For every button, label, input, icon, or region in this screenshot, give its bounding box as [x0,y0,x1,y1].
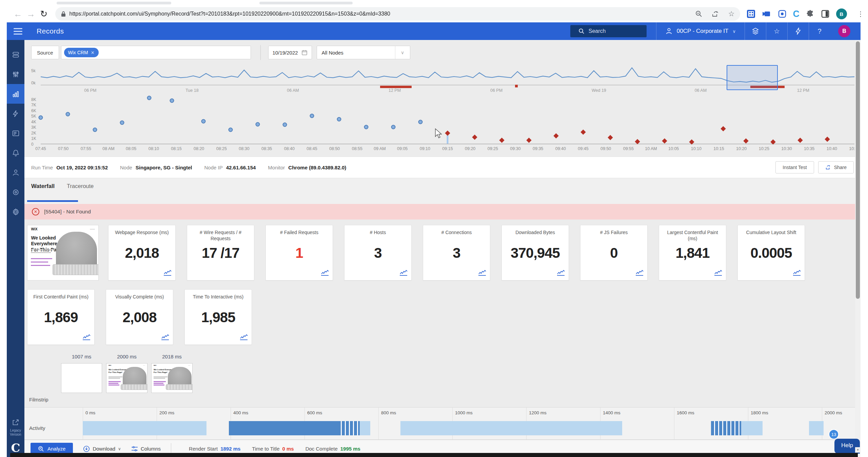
apps-grid-icon[interactable] [747,10,755,18]
share-button[interactable]: Share [818,161,854,173]
scroll-down-arrow-icon[interactable]: ▼ [855,447,861,453]
source-filter-input[interactable]: Wix CRM ✕ [61,46,251,59]
source-filter-button[interactable]: Source [31,46,59,59]
activity-band[interactable] [400,421,622,435]
metric-card[interactable]: # Wire Requests / # Requests17 /17 [187,225,254,281]
metric-card[interactable]: Webpage Response (ms)2,018 [108,225,176,281]
run-point-failed[interactable] [743,138,749,144]
activity-band[interactable] [741,421,763,435]
run-point-success[interactable] [66,112,70,116]
run-scatter-chart[interactable]: 8K7K6K5K4K3K2K1K0 07:4507:5007:5508 AM08… [24,96,861,157]
sidebar-item-lightning[interactable] [7,104,24,123]
download-button[interactable]: Download ∨ [83,445,121,452]
global-search-input[interactable]: Search [570,25,647,37]
date-picker[interactable]: 10/19/2022 [268,46,312,59]
run-point-success[interactable] [170,99,174,103]
favorites-star-icon[interactable]: ☆ [766,22,787,40]
run-point-failed[interactable] [721,126,726,131]
metric-card[interactable]: Largest Contentful Paint (ms)1,841 [659,225,726,281]
run-point-failed[interactable] [770,140,776,145]
metric-card[interactable]: First Contentful Paint (ms)1,869 [27,289,95,345]
run-point-failed[interactable] [608,135,613,140]
metric-card[interactable]: Downloaded Bytes370,945 [501,225,569,281]
run-point-success[interactable] [364,125,369,129]
chip-remove-icon[interactable]: ✕ [91,50,95,55]
page-screenshot-thumbnail[interactable]: WiX──We Looked EverywhereFor This Page! [27,225,99,281]
instant-test-button[interactable]: Instant Test [775,161,814,173]
browser-profile-avatar[interactable]: B [836,8,847,19]
columns-button[interactable]: Columns [131,446,161,452]
run-point-success[interactable] [337,117,341,121]
sidebar-item-location[interactable] [7,182,24,202]
sidebar-item-bar-chart[interactable] [7,84,24,104]
address-bar[interactable]: https://portal.catchpoint.com/ui/Symphon… [55,7,740,21]
activity-band[interactable] [809,421,824,435]
metric-card[interactable]: Visually Complete (ms)2,008 [106,289,173,345]
run-point-success[interactable] [39,115,43,120]
trend-sparkline-icon[interactable] [82,334,91,342]
filter-chip[interactable]: Wix CRM ✕ [64,48,99,57]
trend-sparkline-icon[interactable] [792,269,801,277]
video-camera-icon[interactable] [762,10,771,18]
trend-sparkline-icon[interactable] [320,269,329,277]
forward-icon[interactable]: → [24,9,37,19]
run-point-failed[interactable] [580,129,586,135]
activity-timeline[interactable]: Activity 0 ms200 ms400 ms600 ms800 ms100… [24,407,861,440]
bookmark-star-icon[interactable]: ☆ [728,10,735,18]
filmstrip-frame[interactable]: WiX──We Looked EverywhereFor This Page! [151,363,193,393]
run-point-success[interactable] [256,122,260,126]
help-question-icon[interactable]: ? [809,22,830,40]
trend-sparkline-icon[interactable] [163,269,172,277]
run-point-success[interactable] [283,123,287,127]
metric-card[interactable]: # Failed Requests1 [265,225,333,281]
user-avatar[interactable]: B [838,25,850,37]
metric-card[interactable]: # Connections3 [423,225,490,281]
run-point-failed[interactable] [472,134,477,140]
run-point-success[interactable] [391,125,396,129]
instant-test-bolt-icon[interactable] [788,22,809,40]
run-point-success[interactable] [120,120,124,125]
run-point-success[interactable] [418,120,423,124]
back-icon[interactable]: ← [12,9,24,19]
run-point-failed[interactable] [635,139,640,144]
run-point-success[interactable] [93,128,97,132]
filmstrip-frame[interactable] [61,363,102,393]
overview-timeline-chart[interactable]: 5k 0k 06 PMTue 1806 AM12 PM06 PMWed 1906… [24,65,861,96]
refresh-icon[interactable]: ↻ [37,9,50,19]
trend-sparkline-icon[interactable] [556,269,565,277]
legacy-version-label[interactable]: LegacyVersion [10,429,21,437]
browser-tab[interactable] [57,2,171,4]
puzzle-extension-icon[interactable] [806,10,814,18]
split-window-icon[interactable] [821,10,829,18]
record-icon[interactable] [778,10,786,18]
metric-card[interactable]: # JS Failures0 [580,225,648,281]
run-point-success[interactable] [147,96,152,100]
run-point-success[interactable] [201,119,206,124]
sidebar-item-person[interactable] [7,163,24,182]
sidebar-item-dashboard[interactable] [7,45,24,64]
hamburger-menu-icon[interactable] [14,26,22,36]
sidebar-item-list-card[interactable] [7,123,24,143]
metric-card[interactable]: Cumulative Layout Shift0.0005 [737,225,805,281]
activity-band[interactable] [338,421,360,435]
trend-sparkline-icon[interactable] [399,269,408,277]
run-point-success[interactable] [310,113,314,118]
run-point-failed[interactable] [499,138,505,143]
run-point-success[interactable] [229,128,233,132]
run-point-failed[interactable] [662,138,667,144]
browser-tab[interactable] [259,2,353,4]
legacy-external-link-icon[interactable] [11,418,20,427]
sidebar-item-gear[interactable] [7,202,24,222]
run-point-failed[interactable] [689,140,694,145]
nodes-dropdown[interactable]: All Nodes ∨ [317,46,410,59]
activity-band[interactable] [360,421,370,435]
scrollbar-thumb[interactable] [856,41,860,299]
trend-sparkline-icon[interactable] [635,269,644,277]
trend-sparkline-icon[interactable] [714,269,723,277]
kebab-menu-icon[interactable]: ⋮ [857,10,864,18]
stack-layers-icon[interactable] [745,22,766,40]
zoom-out-icon[interactable] [695,10,703,18]
run-point-failed[interactable] [797,138,803,143]
metric-card[interactable]: # Hosts3 [344,225,412,281]
catchpoint-c-icon[interactable]: C [793,10,800,18]
